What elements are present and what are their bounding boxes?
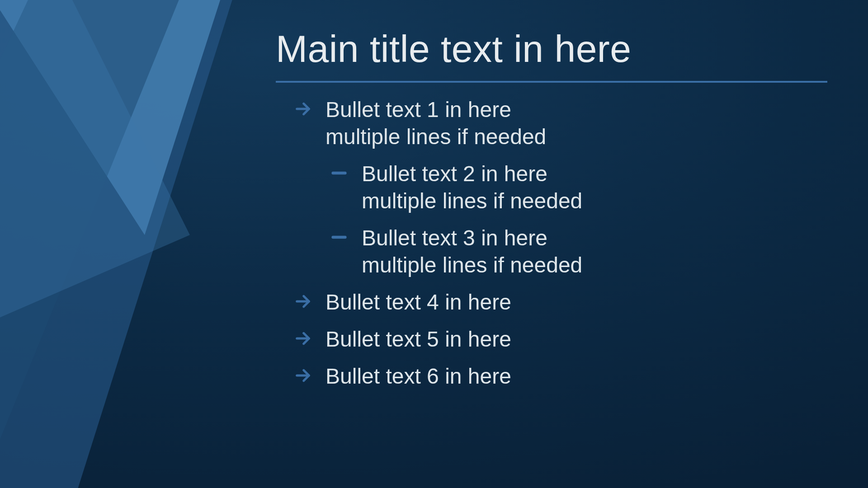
bullet-item: Bullet text 4 in here bbox=[294, 289, 827, 316]
bullet-text: Bullet text 4 in here bbox=[326, 289, 511, 316]
arrow-right-icon bbox=[294, 289, 326, 310]
title-underline bbox=[276, 81, 827, 83]
dash-icon bbox=[330, 225, 362, 246]
arrow-right-icon bbox=[294, 363, 326, 385]
bullet-text: Bullet text 5 in here bbox=[326, 326, 511, 353]
bullet-item: Bullet text 2 in here multiple lines if … bbox=[294, 160, 827, 215]
bullet-text: Bullet text 6 in here bbox=[326, 363, 511, 390]
bullet-text: Bullet text 2 in here multiple lines if … bbox=[362, 160, 582, 215]
bullet-list: Bullet text 1 in here multiple lines if … bbox=[276, 96, 827, 390]
bullet-text: Bullet text 1 in here multiple lines if … bbox=[326, 96, 546, 150]
slide: Main title text in here Bullet text 1 in… bbox=[0, 0, 868, 488]
bullet-item: Bullet text 3 in here multiple lines if … bbox=[294, 225, 827, 279]
arrow-right-icon bbox=[294, 96, 326, 118]
bullet-item: Bullet text 1 in here multiple lines if … bbox=[294, 96, 827, 150]
slide-title: Main title text in here bbox=[276, 27, 827, 71]
bullet-item: Bullet text 6 in here bbox=[294, 363, 827, 390]
bullet-item: Bullet text 5 in here bbox=[294, 326, 827, 353]
bullet-text: Bullet text 3 in here multiple lines if … bbox=[362, 225, 582, 279]
arrow-right-icon bbox=[294, 326, 326, 347]
dash-icon bbox=[330, 160, 362, 182]
content-area: Main title text in here Bullet text 1 in… bbox=[276, 27, 827, 400]
